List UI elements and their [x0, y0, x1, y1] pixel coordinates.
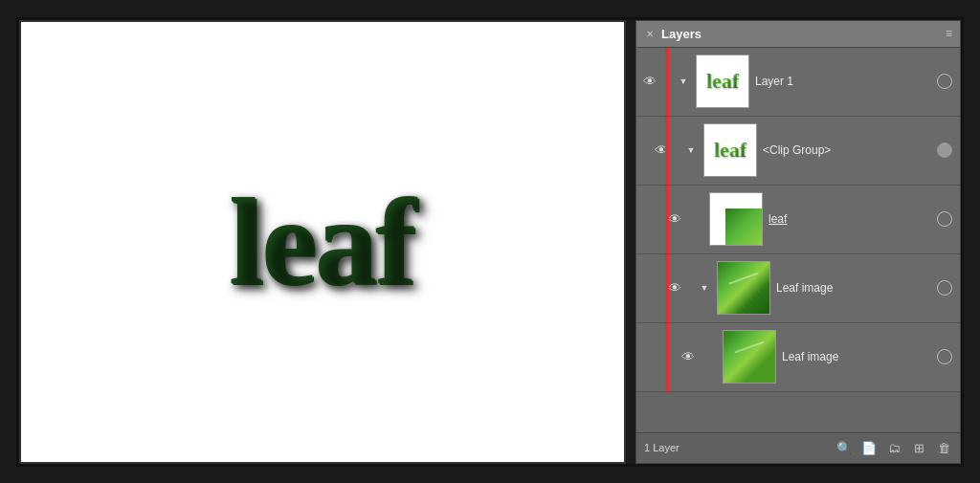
eye-icon[interactable]: 👁 — [665, 278, 684, 297]
layers-panel: ✕ Layers ≡ 👁 ▼ leaf Layer 1 👁 — [635, 20, 961, 464]
layer-name: Leaf image — [782, 350, 937, 363]
layer-row[interactable]: 👁 Leaf image — [636, 323, 960, 392]
panel-menu-icon[interactable]: ≡ — [946, 27, 952, 40]
collapse-triangle-icon[interactable]: ▼ — [698, 281, 711, 295]
main-container: leaf ✕ Layers ≡ 👁 ▼ leaf Layer 1 — [16, 17, 964, 467]
layer-row[interactable]: 👁 ▼ leaf <Clip Group> — [636, 117, 960, 186]
layer-target-icon[interactable] — [937, 74, 952, 89]
close-icon[interactable]: ✕ — [644, 28, 656, 39]
canvas-area: leaf — [19, 20, 626, 464]
layer-row[interactable]: 👁 ▼ Leaf image — [636, 254, 960, 323]
layer-name: Leaf image — [776, 281, 937, 295]
layers-icon[interactable]: 🗂 — [885, 439, 902, 456]
layer-thumbnail: leaf — [696, 55, 749, 108]
panel-title: Layers — [661, 27, 946, 41]
grid-icon[interactable]: ⊞ — [910, 439, 927, 456]
collapse-triangle-icon[interactable]: ▼ — [684, 143, 698, 157]
eye-icon[interactable]: 👁 — [652, 141, 671, 160]
canvas-leaf-text: leaf — [230, 170, 415, 314]
layer-target-icon[interactable] — [937, 211, 952, 227]
layer-thumbnail — [717, 261, 770, 315]
layer-target-icon[interactable] — [937, 143, 952, 158]
layer-name: leaf — [768, 212, 937, 226]
layer-row[interactable]: 👁 ▼ leaf Layer 1 — [636, 48, 960, 117]
footer-layer-count: 1 Layer — [644, 442, 828, 453]
layer-thumbnail: leaf — [703, 123, 757, 177]
layer-target-icon[interactable] — [937, 349, 952, 364]
layer-target-icon[interactable] — [937, 280, 952, 296]
eye-icon[interactable]: 👁 — [640, 72, 659, 91]
search-icon[interactable]: 🔍 — [835, 439, 853, 456]
layer-thumbnail — [723, 330, 776, 384]
layer-name: Layer 1 — [755, 75, 937, 88]
collapse-triangle-icon[interactable]: ▼ — [677, 75, 690, 88]
layer-thumbnail — [709, 192, 763, 246]
eye-icon[interactable]: 👁 — [665, 209, 684, 229]
panel-body: 👁 ▼ leaf Layer 1 👁 ▼ leaf <Clip Group> — [636, 48, 960, 432]
trash-icon[interactable]: 🗑 — [935, 439, 952, 456]
panel-footer: 1 Layer 🔍 📄 🗂 ⊞ 🗑 — [636, 432, 960, 463]
layer-row[interactable]: 👁 leaf — [636, 186, 960, 254]
eye-icon[interactable]: 👁 — [679, 347, 698, 366]
panel-header: ✕ Layers ≡ — [636, 21, 960, 48]
new-layer-icon[interactable]: 📄 — [860, 439, 878, 456]
layer-name: <Clip Group> — [763, 143, 937, 157]
